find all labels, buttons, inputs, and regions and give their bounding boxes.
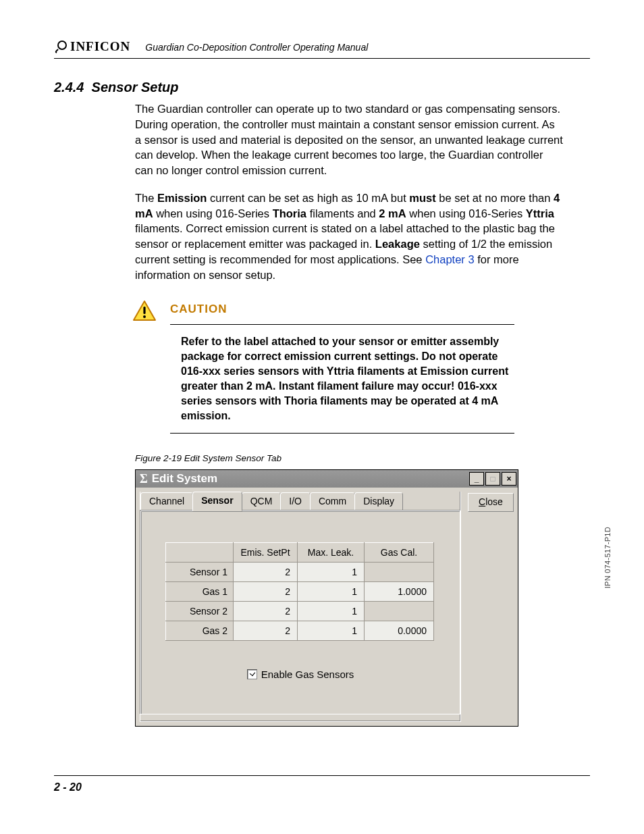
paragraph-1: The Guardian controller can operate up t… <box>135 101 563 178</box>
cell-emis[interactable]: 2 <box>234 563 298 582</box>
maximize-button[interactable]: □ <box>485 472 500 486</box>
svg-point-0 <box>58 41 66 49</box>
row-label: Sensor 1 <box>166 563 234 582</box>
caution-block: CAUTION Refer to the label attached to y… <box>135 301 563 434</box>
chapter-link[interactable]: Chapter 3 <box>425 253 474 265</box>
cell-leak[interactable]: 1 <box>298 563 365 582</box>
row-label: Gas 1 <box>166 582 234 602</box>
svg-rect-2 <box>143 307 145 314</box>
cell-gas[interactable] <box>365 602 434 621</box>
dialog-title: Edit System <box>152 471 217 486</box>
close-button[interactable]: Close <box>468 493 514 512</box>
page-number: 2 - 20 <box>54 781 82 793</box>
page-header: INFICON Guardian Co-Deposition Controlle… <box>54 39 590 59</box>
table-row: Gas 2 2 1 0.0000 <box>166 621 434 641</box>
caution-icon <box>132 300 157 325</box>
row-label: Gas 2 <box>166 621 234 641</box>
cell-gas[interactable]: 0.0000 <box>365 621 434 641</box>
cell-gas[interactable] <box>365 563 434 582</box>
col-emis: Emis. SetPt <box>234 543 298 563</box>
page-footer: 2 - 20 <box>54 775 590 793</box>
svg-point-3 <box>143 315 146 318</box>
caution-text: Refer to the label attached to your sens… <box>181 334 512 423</box>
minimize-button[interactable]: _ <box>469 472 484 486</box>
caution-rule-bottom <box>170 433 514 434</box>
edit-system-dialog: Σ Edit System _ □ × Channel Sensor QCM I… <box>135 469 518 727</box>
tabs-row: Channel Sensor QCM I/O Comm Display <box>140 492 460 511</box>
grid-corner <box>166 543 234 563</box>
row-label: Sensor 2 <box>166 602 234 621</box>
cell-emis[interactable]: 2 <box>234 621 298 641</box>
col-leak: Max. Leak. <box>298 543 365 563</box>
enable-gas-row: Enable Gas Sensors <box>141 668 460 682</box>
tab-sensor[interactable]: Sensor <box>192 492 242 511</box>
tab-io[interactable]: I/O <box>280 492 311 512</box>
brand-text: INFICON <box>70 39 130 54</box>
cell-gas[interactable]: 1.0000 <box>365 582 434 602</box>
manual-title: Guardian Co-Deposition Controller Operat… <box>145 42 368 54</box>
table-row: Gas 1 2 1 1.0000 <box>166 582 434 602</box>
dialog-titlebar[interactable]: Σ Edit System _ □ × <box>136 470 518 488</box>
cell-leak[interactable]: 1 <box>298 602 365 621</box>
tab-display[interactable]: Display <box>354 492 403 512</box>
enable-gas-checkbox[interactable] <box>247 669 257 679</box>
cell-leak[interactable]: 1 <box>298 621 365 641</box>
logo-icon <box>54 40 68 53</box>
tab-channel[interactable]: Channel <box>140 492 193 512</box>
cell-leak[interactable]: 1 <box>298 582 365 602</box>
paragraph-2: The Emission current can be set as high … <box>135 190 563 283</box>
sigma-icon: Σ <box>140 471 148 488</box>
caution-label: CAUTION <box>170 301 563 321</box>
section-title: Sensor Setup <box>92 80 179 95</box>
brand-logo: INFICON <box>54 39 130 54</box>
cell-emis[interactable]: 2 <box>234 602 298 621</box>
section-heading: 2.4.4 Sensor Setup <box>54 80 179 95</box>
caution-rule-top <box>170 324 514 325</box>
figure-caption: Figure 2-19 Edit System Sensor Tab <box>135 452 563 465</box>
tab-qcm[interactable]: QCM <box>242 492 281 512</box>
cell-emis[interactable]: 2 <box>234 582 298 602</box>
tab-comm[interactable]: Comm <box>310 492 355 512</box>
enable-gas-label: Enable Gas Sensors <box>261 669 354 680</box>
section-number: 2.4.4 <box>54 80 84 95</box>
sensor-grid: Emis. SetPt Max. Leak. Gas Cal. Sensor 1… <box>165 542 434 641</box>
ipn-code: IPN 074-517-P1D <box>603 527 612 588</box>
close-x-button[interactable]: × <box>502 472 516 486</box>
col-gas: Gas Cal. <box>365 543 434 563</box>
table-row: Sensor 2 2 1 <box>166 602 434 621</box>
table-row: Sensor 1 2 1 <box>166 563 434 582</box>
